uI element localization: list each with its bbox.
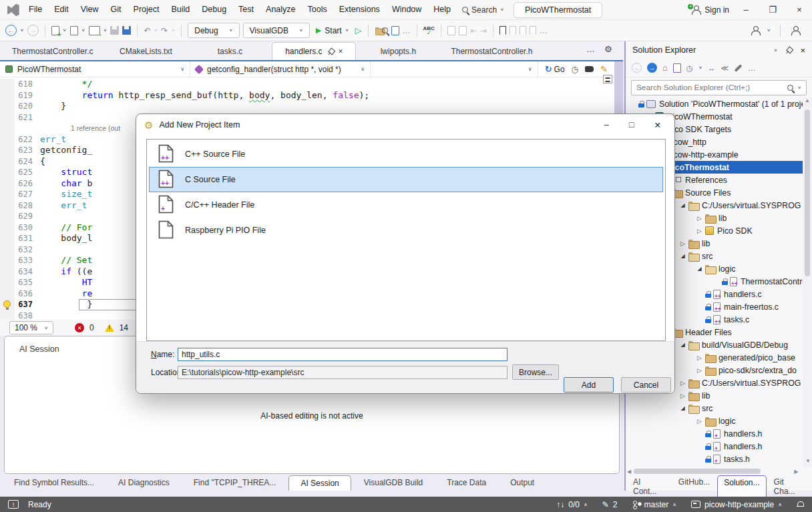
minimize-button[interactable]: – — [736, 0, 756, 20]
tab-ThermostatController.c[interactable]: ThermostatController.c — [1, 42, 104, 60]
se-back-button[interactable]: ← — [632, 63, 642, 73]
close-button[interactable]: × — [789, 0, 809, 20]
location-input[interactable]: E:\tutorials\picow-http-example\src — [178, 366, 508, 379]
tree-item-solution-picowthermostat-1-of-1-projec[interactable]: Solution 'PicoWThermostat' (1 of 1 proje… — [626, 97, 803, 110]
bottom-tab-visualgdb-build[interactable]: VisualGDB Build — [353, 475, 435, 490]
close-icon[interactable]: × — [339, 47, 343, 56]
lightbulb-icon[interactable] — [3, 300, 11, 308]
save-button[interactable] — [110, 26, 119, 35]
menu-tools[interactable]: Tools — [302, 0, 333, 19]
tag-icon[interactable] — [585, 66, 594, 72]
filter-chevron[interactable]: ∨ — [698, 65, 702, 70]
open-file-chevron[interactable]: ∨ — [104, 28, 108, 33]
right-tab-git-cha-[interactable]: Git Cha... — [768, 475, 812, 498]
format-document-button[interactable] — [459, 26, 467, 35]
bottom-tab-find-symbol-results-[interactable]: Find Symbol Results... — [3, 475, 106, 490]
save-all-button[interactable] — [122, 26, 131, 35]
right-tab-ai-cont-[interactable]: AI Cont... — [627, 475, 671, 498]
new-file-chevron[interactable]: ∨ — [63, 28, 67, 33]
collapse-arrow-icon[interactable]: ◢ — [677, 253, 688, 259]
dialog-title-bar[interactable]: ⚙ Add New Project Item – □ ✕ — [136, 114, 674, 136]
expand-arrow-icon[interactable]: ▷ — [694, 418, 705, 425]
start-without-debugging-button[interactable]: ▷ — [355, 25, 362, 35]
browse-button[interactable]: Browse... — [512, 364, 559, 380]
add-button[interactable]: Add — [564, 377, 614, 393]
tab-tasks.c[interactable]: tasks.c — [188, 42, 272, 60]
go-button[interactable]: ↻ Go — [545, 64, 565, 74]
menu-view[interactable]: View — [75, 0, 105, 19]
template-raspberry-pi-pio-file[interactable]: Raspberry Pi PIO File — [149, 218, 663, 243]
bottom-tab-output[interactable]: Output — [499, 475, 546, 490]
project-dropdown[interactable]: PicoWThermostat ∨ — [0, 61, 190, 77]
pending-changes-filter-button[interactable]: ◷ — [686, 63, 693, 73]
bottom-tab-find-tcpip-threa-[interactable]: Find "TCPIP_THREA... — [182, 475, 288, 490]
pending-edits[interactable]: ✎2 — [602, 500, 618, 509]
warning-icon[interactable] — [105, 324, 114, 332]
dialog-close-button[interactable]: ✕ — [654, 120, 661, 130]
spell-check-button[interactable]: ABC✓ — [423, 26, 435, 35]
bottom-tab-trace-data[interactable]: Trace Data — [435, 475, 497, 490]
back-history-chevron[interactable]: ∨ — [20, 28, 24, 33]
sync-with-active-document-button[interactable]: ↔ — [708, 64, 716, 72]
error-icon[interactable]: ✕ — [75, 323, 84, 332]
git-repo-control[interactable]: picow-http-example ∧ — [691, 500, 782, 509]
tab-lwipopts.h[interactable]: lwipopts.h — [356, 42, 440, 60]
feedback-icon[interactable]: ! — [8, 500, 19, 509]
tree-item-handlers-h[interactable]: handlers.h — [626, 427, 803, 440]
se-vscroll-thumb[interactable] — [805, 109, 810, 276]
previous-bookmark-button[interactable] — [510, 26, 516, 35]
redo-chevron[interactable]: ∨ — [171, 28, 175, 33]
new-file-button[interactable] — [51, 26, 59, 35]
right-tab-github-[interactable]: GitHub... — [672, 475, 716, 498]
sign-in-button[interactable]: + Sign in — [690, 5, 729, 15]
template-c-source-file[interactable]: ++C Source File — [149, 167, 663, 192]
window-position-chevron[interactable]: ∨ — [774, 48, 778, 53]
switch-views-button[interactable] — [673, 63, 681, 73]
start-chevron[interactable]: ∨ — [345, 28, 349, 33]
scope-dropdown[interactable]: ∨ — [371, 61, 538, 77]
notifications-bell-icon[interactable] — [797, 501, 804, 509]
bottom-tab-ai-session[interactable]: AI Session — [288, 475, 351, 491]
tree-item-tasks-h[interactable]: tasks.h — [626, 453, 803, 465]
menu-build[interactable]: Build — [165, 0, 196, 19]
redo-button[interactable]: ↷ — [161, 26, 168, 35]
tab-overflow-button[interactable]: … — [586, 44, 595, 54]
live-share-chevron[interactable]: ∨ — [767, 28, 771, 33]
toggle-comment-button[interactable] — [447, 26, 455, 35]
feedback-icon[interactable] — [790, 26, 800, 35]
find-in-files-button[interactable] — [375, 27, 388, 35]
name-input[interactable]: http_utils.c — [178, 348, 508, 361]
solution-configuration-dropdown[interactable]: Debug ∨ — [188, 23, 239, 38]
se-overflow-button[interactable]: … — [748, 64, 756, 72]
toggle-bookmark-button[interactable] — [499, 26, 506, 35]
expand-arrow-icon[interactable]: ▷ — [694, 215, 705, 222]
new-project-chevron[interactable]: ∨ — [81, 28, 85, 33]
navigate-forward-button[interactable]: → — [27, 25, 39, 36]
solution-name-badge[interactable]: PicoWThermostat — [514, 2, 602, 18]
collapse-all-button[interactable]: ≪ — [721, 63, 729, 73]
dialog-minimize-button[interactable]: – — [604, 120, 609, 130]
member-dropdown[interactable]: getconfig_handler(struct http *, void *)… — [190, 61, 371, 77]
menu-file[interactable]: File — [23, 0, 48, 19]
next-bookmark-button[interactable] — [520, 26, 526, 35]
dialog-maximize-button[interactable]: □ — [629, 120, 634, 130]
edit-pencil-icon[interactable]: ✎ — [600, 64, 608, 74]
zoom-dropdown[interactable]: 100 % ∨ — [9, 321, 53, 334]
expand-arrow-icon[interactable]: ▷ — [677, 240, 688, 247]
navigation-counter[interactable]: ↑↓ 0/0 ∧ — [556, 500, 588, 509]
editor-split-handle[interactable]: ▬▬ — [603, 75, 612, 83]
restore-button[interactable]: ❐ — [763, 0, 783, 20]
se-hscroll-thumb[interactable] — [634, 469, 761, 474]
se-vertical-scrollbar[interactable]: ▲▼ — [803, 97, 812, 467]
new-project-button[interactable] — [70, 26, 78, 35]
menu-edit[interactable]: Edit — [48, 0, 75, 19]
tree-item-logic[interactable]: ▷logic — [626, 415, 803, 427]
menu-extensions[interactable]: Extensions — [333, 0, 386, 19]
git-branch-control[interactable]: master ∧ — [632, 500, 677, 509]
visualgdb-profile-dropdown[interactable]: VisualGDB ∨ — [243, 23, 310, 38]
pin-icon[interactable] — [325, 47, 335, 57]
properties-wrench-icon[interactable] — [735, 63, 743, 71]
live-share-icon[interactable] — [750, 26, 760, 35]
solution-search-input[interactable]: Search Solution Explorer (Ctrl+;) ∨ — [631, 80, 807, 95]
open-file-button[interactable] — [89, 26, 100, 35]
